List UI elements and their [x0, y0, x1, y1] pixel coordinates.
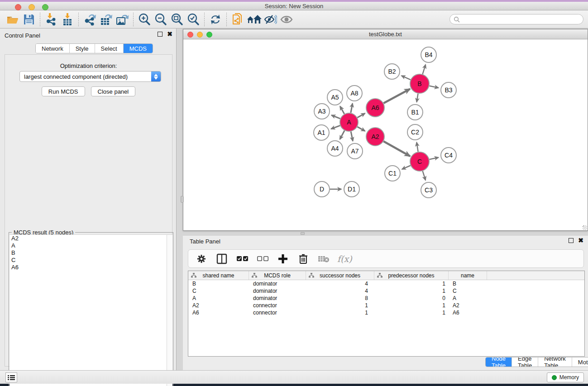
cell[interactable]: 1	[374, 280, 449, 287]
close-table-panel-icon[interactable]: ✖	[578, 238, 583, 243]
select-all-columns-button[interactable]	[235, 252, 249, 266]
refresh-layout-button[interactable]	[207, 12, 224, 27]
edge-B-B4[interactable]	[423, 65, 426, 74]
zoom-fit-button[interactable]	[169, 12, 185, 27]
cell[interactable]: dominator	[249, 287, 306, 295]
edge-C-C4[interactable]	[429, 157, 438, 159]
result-item[interactable]: A	[10, 242, 172, 249]
cell[interactable]: A	[188, 295, 249, 302]
table-row[interactable]: Cdominator41C	[188, 287, 584, 295]
edge-B-B3[interactable]	[429, 86, 438, 88]
mcds-result-list[interactable]: A2ABCA6	[10, 234, 172, 386]
column-header-shared-name[interactable]: shared name	[188, 271, 249, 280]
tab-network-table[interactable]: Network Table	[538, 357, 572, 367]
network-vertical-scrollthumb[interactable]	[181, 196, 184, 203]
export-image-button[interactable]	[114, 12, 130, 27]
export-network-button[interactable]	[81, 12, 98, 27]
edge-C-C1[interactable]	[402, 166, 411, 169]
column-header-name[interactable]: name	[449, 271, 487, 280]
cell[interactable]: 4	[306, 287, 374, 295]
cell[interactable]: 8	[306, 295, 374, 302]
cell[interactable]: B	[188, 280, 249, 287]
network-resize-grip[interactable]	[583, 225, 587, 230]
close-panel-icon[interactable]: ✖	[167, 32, 172, 37]
cell[interactable]: A2	[188, 302, 249, 309]
zoom-selected-button[interactable]	[185, 12, 201, 27]
network-window-titlebar[interactable]: testGlobe.txt	[183, 29, 588, 39]
show-column-panel-button[interactable]	[215, 252, 229, 266]
tab-style[interactable]: Style	[70, 44, 95, 53]
tab-mcds[interactable]: MCDS	[124, 44, 153, 53]
network-document-button[interactable]	[229, 12, 246, 27]
column-header-successor-nodes[interactable]: successor nodes	[306, 271, 374, 280]
result-item[interactable]: A2	[10, 235, 172, 242]
cell[interactable]: C	[449, 287, 487, 295]
table-row[interactable]: A6connector11A6	[188, 309, 584, 316]
memory-button[interactable]: Memory	[547, 372, 584, 382]
zoom-in-button[interactable]	[136, 12, 153, 27]
float-table-panel-icon[interactable]	[569, 238, 574, 243]
column-header-MCDS-role[interactable]: MCDS role	[249, 271, 306, 280]
import-table-button[interactable]	[59, 12, 76, 27]
edge-A6-B[interactable]	[383, 89, 410, 103]
function-builder-button[interactable]: f(x)	[337, 254, 352, 264]
result-item[interactable]: B	[10, 249, 172, 257]
table-row[interactable]: Bdominator41B	[188, 280, 584, 287]
cell[interactable]: dominator	[249, 295, 306, 302]
hide-glasses-button[interactable]	[262, 12, 278, 27]
search-input[interactable]	[460, 16, 583, 23]
cell[interactable]: A2	[449, 302, 487, 309]
task-history-button[interactable]	[5, 372, 17, 382]
delete-column-button[interactable]	[296, 252, 310, 266]
edge-C-C3[interactable]	[423, 171, 425, 180]
network-canvas[interactable]: AA6A2BCA5A8A3A1A4A7B2B4B3B1C2C4C1C3DD1	[183, 40, 588, 230]
edge-B-B2[interactable]	[402, 76, 411, 80]
save-session-button[interactable]	[21, 12, 37, 27]
cell[interactable]: A	[449, 295, 487, 302]
tab-node-table[interactable]: Node Table	[486, 357, 512, 367]
edge-A-A4[interactable]	[340, 131, 344, 139]
cell[interactable]: dominator	[249, 280, 306, 287]
cell[interactable]: 1	[374, 302, 449, 309]
cell[interactable]: 1	[306, 302, 374, 309]
cell[interactable]: 1	[374, 309, 449, 316]
panel-splitter-grip[interactable]	[301, 232, 305, 235]
edge-A-A8[interactable]	[351, 104, 353, 113]
tab-network[interactable]: Network	[36, 44, 70, 53]
criterion-dropdown[interactable]: largest connected component (directed)	[19, 71, 161, 82]
cell[interactable]: 1	[374, 287, 449, 295]
cell[interactable]: C	[188, 287, 249, 295]
close-panel-button[interactable]: Close panel	[91, 86, 136, 96]
cell[interactable]: A6	[188, 309, 249, 316]
edge-A-A1[interactable]	[331, 125, 340, 129]
edge-A-A6[interactable]	[357, 114, 365, 118]
zoom-out-button[interactable]	[153, 12, 169, 27]
table-settings-button[interactable]	[195, 252, 208, 266]
tab-motifs[interactable]: Motifs	[572, 357, 588, 367]
result-scrollbar[interactable]	[167, 235, 172, 386]
edge-A-A7[interactable]	[351, 132, 353, 141]
table-row[interactable]: Adominator80A	[188, 295, 584, 302]
result-item[interactable]: A6	[10, 264, 172, 271]
home-overview-button[interactable]	[246, 12, 262, 27]
column-header-predecessor-nodes[interactable]: predecessor nodes	[374, 271, 449, 280]
tab-edge-table[interactable]: Edge Table	[512, 357, 538, 367]
toolbar-search-field[interactable]	[449, 14, 583, 24]
float-panel-icon[interactable]	[158, 32, 163, 37]
edge-A-A3[interactable]	[331, 115, 340, 119]
cell[interactable]: 0	[374, 295, 449, 302]
cell[interactable]: connector	[249, 309, 306, 316]
node-table[interactable]: shared nameMCDS rolesuccessor nodesprede…	[188, 271, 585, 357]
open-session-button[interactable]	[5, 12, 21, 27]
edge-A2-C[interactable]	[383, 141, 410, 156]
result-item[interactable]: C	[10, 257, 172, 264]
cell[interactable]: B	[449, 280, 487, 287]
tab-select[interactable]: Select	[95, 44, 124, 53]
edge-A-A5[interactable]	[340, 106, 344, 114]
cell[interactable]: A6	[449, 309, 487, 316]
table-row[interactable]: A2connector11A2	[188, 302, 584, 309]
deselect-all-columns-button[interactable]	[256, 252, 269, 266]
cell[interactable]: 4	[306, 280, 374, 287]
delete-table-button[interactable]	[317, 252, 330, 266]
edge-C-C2[interactable]	[416, 143, 418, 152]
